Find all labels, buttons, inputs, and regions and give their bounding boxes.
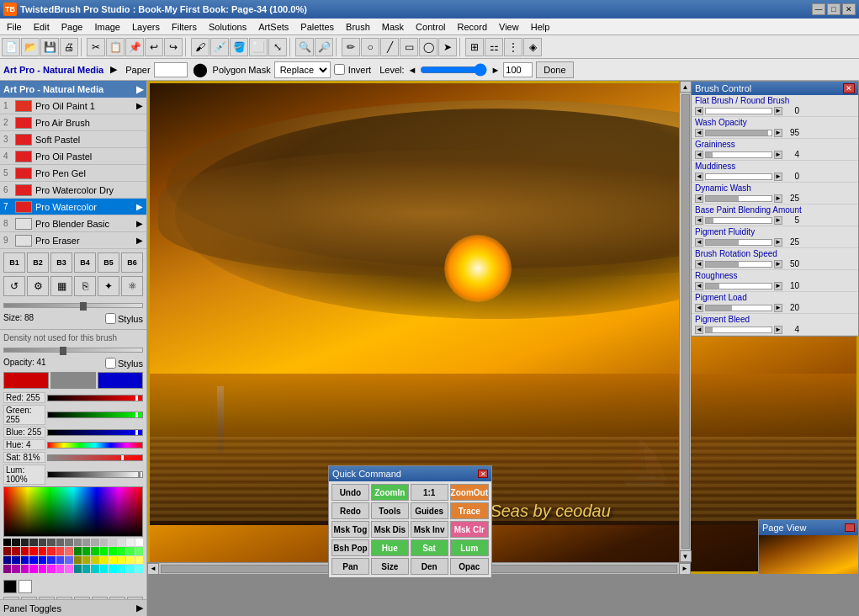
swatch-50[interactable]: [21, 565, 29, 572]
swatch-48[interactable]: [3, 565, 11, 572]
qc-btn-bsh-pop[interactable]: Bsh Pop: [331, 539, 369, 556]
bc-right-0[interactable]: ►: [774, 107, 782, 115]
swatch-30[interactable]: [126, 547, 134, 555]
brush-item-5[interactable]: 5 Pro Pen Gel: [0, 165, 146, 182]
zoom-in-button[interactable]: 🔍: [295, 38, 314, 56]
swatch-44[interactable]: [109, 556, 116, 564]
foreground-color[interactable]: [3, 372, 49, 389]
swatch-32[interactable]: [3, 556, 11, 564]
red-bar[interactable]: [47, 395, 143, 401]
swatch-62[interactable]: [126, 565, 134, 572]
cut-button[interactable]: ✂: [87, 38, 105, 56]
bc-right-6[interactable]: ►: [774, 238, 782, 247]
qc-btn-pan[interactable]: Pan: [331, 558, 369, 575]
new-button[interactable]: 📄: [2, 38, 20, 56]
add-icon[interactable]: ✦: [98, 276, 119, 296]
bc-left-6[interactable]: ◄: [695, 238, 703, 247]
swatch-16[interactable]: [3, 547, 11, 555]
menu-item-filters[interactable]: Filters: [167, 20, 202, 34]
swatch-58[interactable]: [91, 565, 98, 572]
swatch-49[interactable]: [12, 565, 19, 572]
print-button[interactable]: 🖨: [60, 38, 78, 56]
swatch-42[interactable]: [91, 556, 98, 564]
b3-button[interactable]: B3: [50, 252, 72, 273]
swatch-45[interactable]: [118, 556, 125, 564]
texture-tool[interactable]: ⚏: [485, 38, 503, 56]
bc-track-4[interactable]: [705, 195, 772, 202]
swatch-39[interactable]: [65, 556, 72, 564]
menu-item-view[interactable]: View: [494, 20, 524, 34]
b2-button[interactable]: B2: [27, 252, 49, 273]
menu-item-control[interactable]: Control: [411, 20, 450, 34]
bc-left-10[interactable]: ◄: [695, 326, 703, 334]
white-swatch[interactable]: [19, 580, 32, 593]
quick-command-close[interactable]: ✕: [478, 470, 488, 478]
swatch-53[interactable]: [47, 565, 55, 572]
menu-item-palettes[interactable]: Palettes: [295, 20, 339, 34]
rect-tool[interactable]: ▭: [400, 38, 418, 56]
layers-icon[interactable]: ▦: [50, 276, 72, 296]
brush-item-8[interactable]: 8 Pro Blender Basic ▶: [0, 215, 146, 232]
pen-tool[interactable]: ✏: [342, 38, 360, 56]
b5-button[interactable]: B5: [98, 252, 119, 273]
swatch-8[interactable]: [74, 539, 82, 546]
swatch-7[interactable]: [65, 539, 72, 546]
bc-right-4[interactable]: ►: [774, 194, 782, 203]
qc-btn-zoomin[interactable]: ZoomIn: [371, 484, 409, 501]
bc-track-0[interactable]: [705, 108, 772, 114]
swatch-4[interactable]: [39, 539, 46, 546]
swatch-37[interactable]: [47, 556, 55, 564]
menu-item-solutions[interactable]: Solutions: [204, 20, 252, 34]
swatch-61[interactable]: [118, 565, 125, 572]
swatch-51[interactable]: [29, 565, 37, 572]
level-left-arrow[interactable]: ◄: [408, 65, 417, 75]
swatch-59[interactable]: [100, 565, 108, 572]
swatch-56[interactable]: [74, 565, 82, 572]
close-button[interactable]: ✕: [842, 3, 856, 15]
swatch-22[interactable]: [56, 547, 64, 555]
midground-color[interactable]: [50, 372, 96, 389]
swatch-60[interactable]: [109, 565, 116, 572]
bc-right-3[interactable]: ►: [774, 173, 782, 181]
swatch-1[interactable]: [12, 539, 19, 546]
bc-right-7[interactable]: ►: [774, 260, 782, 268]
swatch-57[interactable]: [82, 565, 90, 572]
bc-left-0[interactable]: ◄: [695, 107, 703, 115]
brush-item-9[interactable]: 9 Pro Eraser ▶: [0, 232, 146, 249]
bc-track-9[interactable]: [705, 305, 772, 311]
bc-track-7[interactable]: [705, 261, 772, 268]
menu-item-page[interactable]: Page: [56, 20, 88, 34]
bc-right-8[interactable]: ►: [774, 282, 782, 290]
sat-bar[interactable]: [47, 454, 143, 461]
rotate-icon[interactable]: ↺: [3, 276, 25, 296]
menu-item-record[interactable]: Record: [453, 20, 492, 34]
bc-left-4[interactable]: ◄: [695, 194, 703, 203]
b1-button[interactable]: B1: [3, 252, 25, 273]
level-slider[interactable]: [420, 63, 487, 77]
line-tool[interactable]: ╱: [380, 38, 399, 56]
black-swatch[interactable]: [3, 580, 17, 593]
copy-icon[interactable]: ⎘: [74, 276, 96, 296]
fill-tool[interactable]: 🪣: [230, 38, 248, 56]
level-value[interactable]: [503, 62, 533, 77]
menu-item-file[interactable]: File: [2, 20, 27, 34]
canvas-area[interactable]: ⛵ Shimmering Seas by ceodau ◄ ► ▲ ▼ Brus…: [147, 81, 859, 616]
shape-tool[interactable]: ○: [361, 38, 379, 56]
open-button[interactable]: 📂: [21, 38, 40, 56]
qc-btn-guides[interactable]: Guides: [411, 502, 448, 519]
brush-item-2[interactable]: 2 Pro Air Brush: [0, 114, 146, 131]
brush-item-4[interactable]: 4 Pro Oil Pastel: [0, 148, 146, 165]
swatch-24[interactable]: [74, 547, 82, 555]
bc-right-9[interactable]: ►: [774, 304, 782, 312]
swatch-9[interactable]: [82, 539, 90, 546]
minimize-button[interactable]: —: [812, 3, 825, 15]
level-right-arrow[interactable]: ►: [490, 65, 500, 75]
brush-control-close[interactable]: ✕: [843, 83, 855, 93]
bc-track-1[interactable]: [705, 130, 772, 136]
swatch-14[interactable]: [126, 539, 134, 546]
swatch-26[interactable]: [91, 547, 98, 555]
bc-right-10[interactable]: ►: [774, 326, 782, 334]
swatch-47[interactable]: [135, 556, 143, 564]
qc-btn-tools[interactable]: Tools: [371, 502, 409, 519]
swatch-55[interactable]: [65, 565, 72, 572]
